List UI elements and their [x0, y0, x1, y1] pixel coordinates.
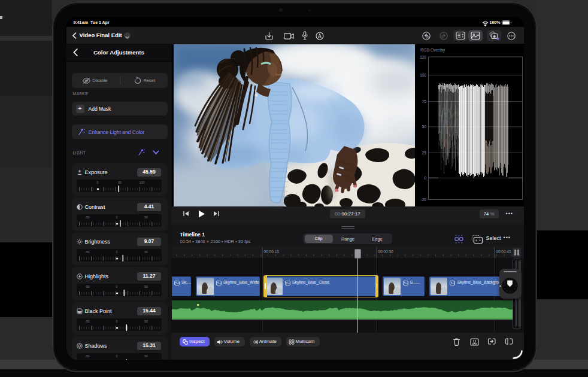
svg-text:120: 120 [420, 55, 426, 59]
svg-text:75: 75 [422, 99, 427, 104]
svg-text:00:00:45: 00:00:45 [496, 250, 511, 254]
svg-text:0: 0 [424, 176, 426, 180]
svg-text:25: 25 [422, 151, 427, 155]
svg-text:00:00:15: 00:00:15 [264, 250, 280, 254]
svg-text:RGB Overlay: RGB Overlay [420, 48, 445, 53]
svg-text:00:00:30: 00:00:30 [378, 250, 393, 254]
svg-text:-20: -20 [421, 197, 427, 202]
svg-text:100: 100 [420, 73, 426, 77]
svg-text:50: 50 [422, 124, 427, 129]
